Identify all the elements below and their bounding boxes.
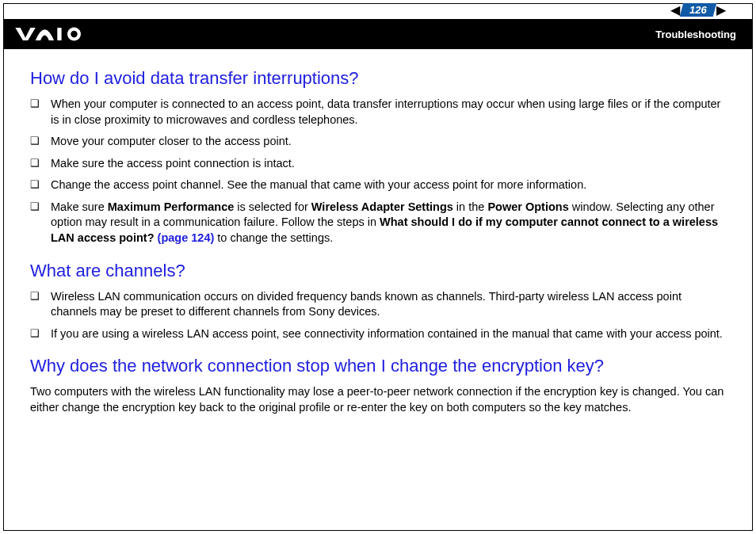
list-item: Change the access point channel. See the… [30, 177, 726, 193]
page-link-124[interactable]: (page 124) [158, 231, 215, 244]
page-nav: ◀ 126 ▶ [670, 3, 726, 17]
list-item: Wireless LAN communication occurs on div… [30, 289, 726, 320]
list-item: Make sure Maximum Performance is selecte… [30, 200, 726, 246]
list-item: When your computer is connected to an ac… [30, 97, 726, 128]
list-item: Make sure the access point connection is… [30, 156, 726, 172]
list-item: Move your computer closer to the access … [30, 134, 726, 150]
page-number-badge: 126 [680, 3, 716, 17]
list-item: If you are using a wireless LAN access p… [30, 326, 726, 342]
nav-next-icon[interactable]: ▶ [716, 4, 726, 17]
nav-prev-icon[interactable]: ◀ [670, 4, 680, 17]
list-channels: Wireless LAN communication occurs on div… [30, 289, 726, 342]
page-border [3, 3, 753, 531]
